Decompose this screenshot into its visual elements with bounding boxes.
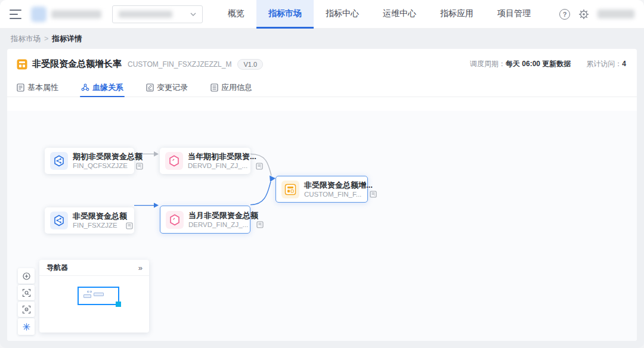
nav-indicator-center[interactable]: 指标中心: [314, 0, 371, 29]
tab-basic-properties[interactable]: 基本属性: [17, 78, 58, 97]
lineage-canvas[interactable]: 期初非受限资金总额 FIN_QCFSXZJZE 当年期初非受限资... DERV…: [7, 111, 637, 341]
breadcrumb: 指标市场 > 指标详情: [0, 29, 644, 49]
fit-view-button[interactable]: [18, 285, 35, 300]
snowflake-icon: [22, 322, 31, 331]
lineage-node-derived-1[interactable]: 当年期初非受限资... DERVD_FIN_ZJ_...: [160, 148, 250, 174]
top-bar: 概览 指标市场 指标中心 运维中心 指标应用 项目管理 ?: [0, 0, 644, 29]
nav-indicator-app[interactable]: 指标应用: [428, 0, 485, 29]
minimap[interactable]: [39, 276, 149, 332]
workspace-select[interactable]: [112, 5, 203, 23]
help-icon[interactable]: ?: [559, 9, 570, 20]
hexagon-share-icon: [50, 212, 68, 229]
change-log-icon: [146, 83, 154, 92]
canvas-toolbar: [18, 268, 35, 317]
hexagon-icon: [165, 152, 183, 170]
node-detail-icon[interactable]: [126, 222, 133, 229]
gear-icon[interactable]: [578, 9, 589, 20]
document-icon: [17, 83, 24, 92]
composite-indicator-icon: [17, 59, 27, 70]
collapse-icon[interactable]: »: [138, 263, 142, 272]
nav-ops-center[interactable]: 运维中心: [371, 0, 428, 29]
schedule-info: 调度周期：每天 06:00 更新数据: [470, 59, 571, 69]
breadcrumb-current: 指标详情: [52, 34, 82, 44]
lineage-node-atomic-2[interactable]: 非受限资金总额 FIN_FSXZJZE: [45, 207, 134, 234]
chevron-down-icon: [190, 13, 196, 16]
hexagon-share-icon: [50, 152, 68, 170]
indicator-detail-card: 非受限资金总额增长率 CUSTOM_FIN_FSXZJZEZZL_M V1.0 …: [7, 49, 637, 341]
frame-select-icon: [22, 305, 31, 314]
logo: [31, 7, 101, 22]
lineage-node-target[interactable]: 非受限资金总额增... CUSTOM_FIN_F...: [275, 176, 368, 203]
nav-indicator-market[interactable]: 指标市场: [256, 0, 314, 29]
page-title: 非受限资金总额增长率: [32, 58, 122, 70]
visits-info: 累计访问：4: [586, 59, 626, 69]
app-info-icon: [210, 83, 218, 92]
node-detail-icon[interactable]: [256, 221, 264, 228]
breadcrumb-parent[interactable]: 指标市场: [11, 34, 41, 44]
tab-lineage[interactable]: 血缘关系: [81, 78, 123, 97]
minimap-viewport[interactable]: [78, 287, 119, 305]
lineage-node-derived-2[interactable]: 当月非受限资金总额 DERVD_FIN_ZJ_...: [160, 206, 250, 234]
composite-grid-icon: [281, 181, 299, 198]
breadcrumb-separator: >: [44, 35, 48, 43]
hamburger-menu-icon[interactable]: [10, 10, 21, 19]
main-nav: 概览 指标市场 指标中心 运维中心 指标应用 项目管理: [216, 0, 543, 29]
circle-plus-icon: [22, 272, 31, 281]
fit-view-icon: [22, 288, 31, 297]
app-window: 概览 指标市场 指标中心 运维中心 指标应用 项目管理 ? 指标市场 > 指标详…: [0, 0, 644, 348]
minimap-resize-handle[interactable]: [116, 302, 121, 307]
frame-select-button[interactable]: [18, 302, 35, 317]
tab-change-log[interactable]: 变更记录: [146, 78, 188, 97]
tab-app-info[interactable]: 应用信息: [210, 78, 252, 97]
node-detail-icon[interactable]: [136, 163, 143, 170]
navigator-title: 导航器: [47, 263, 68, 273]
title-row: 非受限资金总额增长率 CUSTOM_FIN_FSXZJZEZZL_M V1.0 …: [7, 49, 637, 70]
hexagon-icon: [166, 211, 184, 229]
nav-overview[interactable]: 概览: [216, 0, 256, 29]
version-badge: V1.0: [237, 59, 263, 70]
zoom-locate-button[interactable]: [18, 268, 35, 284]
indicator-code: CUSTOM_FIN_FSXZJZEZZL_M: [128, 60, 231, 69]
nav-project-mgmt[interactable]: 项目管理: [485, 0, 543, 29]
navigator-panel: 导航器 »: [39, 260, 149, 333]
lineage-node-atomic-1[interactable]: 期初非受限资金总额 FIN_QCFSXZJZE: [45, 148, 134, 174]
tabs: 基本属性 血缘关系 变更记录 应用信息: [7, 78, 637, 97]
user-account[interactable]: [597, 10, 634, 18]
lineage-icon: [81, 83, 89, 91]
auto-layout-button[interactable]: [18, 318, 35, 335]
node-detail-icon[interactable]: [256, 163, 263, 170]
node-detail-icon[interactable]: [370, 191, 377, 198]
